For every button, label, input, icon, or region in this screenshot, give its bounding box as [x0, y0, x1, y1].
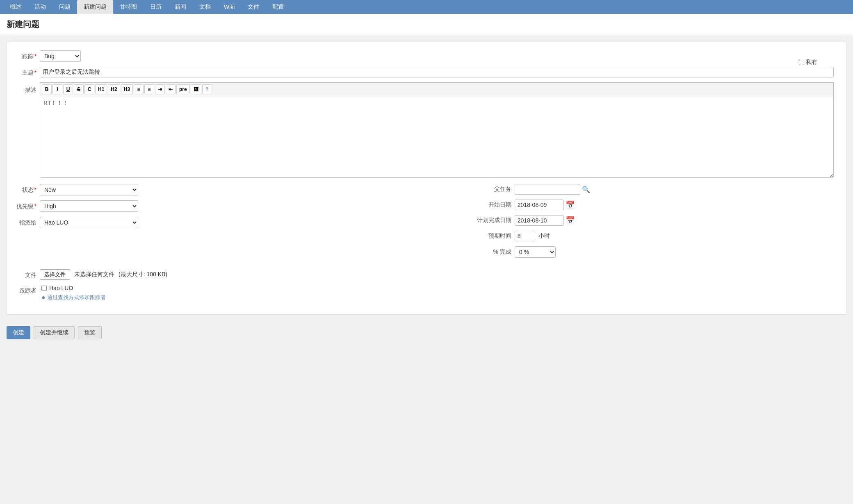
nav-item-issues[interactable]: 问题 — [52, 0, 77, 14]
nav-item-files[interactable]: 文件 — [241, 0, 266, 14]
status-field: New In Progress Resolved Closed — [40, 184, 465, 195]
estimated-row: 预期时间 小时 — [474, 231, 834, 241]
private-checkbox[interactable] — [799, 60, 804, 65]
file-row: 文件 选择文件 未选择任何文件 (最大尺寸: 100 KB) — [15, 269, 834, 280]
assignee-row: 指派给 Hao LUO — [15, 217, 465, 228]
toolbar-h1[interactable]: H1 — [95, 84, 107, 94]
nav-item-news[interactable]: 新闻 — [168, 0, 193, 14]
start-date-calendar-icon[interactable]: 📅 — [566, 200, 575, 209]
estimated-input[interactable] — [515, 231, 535, 241]
toolbar-pre[interactable]: pre — [176, 84, 190, 94]
nav-item-gantt[interactable]: 甘特图 — [113, 0, 144, 14]
start-date-label: 开始日期 — [474, 201, 515, 209]
watcher-checkbox-row: Hao LUO — [41, 285, 834, 291]
toolbar-help[interactable]: ? — [202, 84, 212, 94]
subject-label: 主题* — [15, 67, 40, 77]
tracker-label: 跟踪* — [15, 50, 40, 60]
choose-file-button[interactable]: 选择文件 — [40, 269, 70, 280]
toolbar-image[interactable]: 🖼 — [191, 84, 201, 94]
percent-label: % 完成 — [474, 248, 515, 256]
end-date-field: 📅 — [515, 215, 575, 226]
tracker-select[interactable]: Bug Feature Support — [40, 50, 81, 62]
toolbar-h3[interactable]: H3 — [121, 84, 133, 94]
col-right: 父任务 🔍 开始日期 📅 计划完成日期 — [465, 184, 834, 263]
subject-row: 主题* — [15, 67, 834, 77]
tracker-row: 跟踪* Bug Feature Support 私有 — [15, 50, 834, 62]
main-content: 跟踪* Bug Feature Support 私有 主题* — [0, 35, 853, 321]
watcher-field: Hao LUO ● 通过查找方式添加跟踪者 — [40, 285, 834, 301]
toolbar-indent[interactable]: ⇥ — [155, 84, 165, 94]
toolbar-code[interactable]: C — [84, 84, 94, 94]
toolbar-outdent[interactable]: ⇤ — [166, 84, 176, 94]
add-watcher-link[interactable]: 通过查找方式添加跟踪者 — [47, 294, 106, 301]
private-row: 私有 — [799, 59, 817, 66]
start-date-field: 📅 — [515, 200, 575, 210]
nav-item-calendar[interactable]: 日历 — [144, 0, 168, 14]
description-toolbar: B I U S C H1 H2 H3 ≡ ≡ ⇥ ⇤ pre 🖼 ? — [40, 82, 834, 96]
hour-label: 小时 — [538, 232, 550, 240]
parent-task-field: 🔍 — [515, 184, 590, 195]
parent-task-search-icon[interactable]: 🔍 — [582, 186, 590, 193]
priority-label: 优先级* — [15, 200, 40, 210]
toolbar-h2[interactable]: H2 — [108, 84, 120, 94]
toolbar-ul[interactable]: ≡ — [134, 84, 144, 94]
description-textarea[interactable]: RT！！！ — [40, 96, 834, 178]
end-date-calendar-icon[interactable]: 📅 — [566, 216, 575, 225]
nav-item-activity[interactable]: 活动 — [28, 0, 52, 14]
two-col-section: 状态* New In Progress Resolved Closed — [15, 184, 834, 263]
create-button[interactable]: 创建 — [7, 326, 30, 339]
status-label: 状态* — [15, 184, 40, 194]
nav-item-docs[interactable]: 文档 — [193, 0, 217, 14]
start-date-input[interactable] — [515, 200, 564, 210]
watcher-label: 跟踪者 — [15, 285, 40, 295]
toolbar-bold[interactable]: B — [42, 84, 52, 94]
tracker-field: Bug Feature Support — [40, 50, 834, 62]
watcher-row: 跟踪者 Hao LUO ● 通过查找方式添加跟踪者 — [15, 285, 834, 301]
parent-task-label: 父任务 — [474, 186, 515, 193]
file-label: 文件 — [15, 269, 40, 279]
private-label[interactable]: 私有 — [806, 59, 817, 66]
priority-row: 优先级* Low Normal High Urgent Immediate — [15, 200, 465, 212]
status-select[interactable]: New In Progress Resolved Closed — [40, 184, 138, 195]
description-row: 描述 B I U S C H1 H2 H3 ≡ ≡ ⇥ ⇤ pre � — [15, 82, 834, 179]
estimated-field: 小时 — [515, 231, 550, 241]
status-row: 状态* New In Progress Resolved Closed — [15, 184, 465, 195]
file-size-label: (最大尺寸: 100 KB) — [119, 271, 167, 278]
nav-item-wiki[interactable]: Wiki — [217, 0, 241, 14]
nav-bar: 概述 活动 问题 新建问题 甘特图 日历 新闻 文档 Wiki 文件 配置 — [0, 0, 853, 14]
percent-select[interactable]: 0 % 10 % 20 % 30 % 40 % 50 % 60 % 70 % 8… — [515, 246, 556, 258]
end-date-row: 计划完成日期 📅 — [474, 215, 834, 226]
estimated-label: 预期时间 — [474, 232, 515, 240]
subject-input[interactable] — [40, 67, 834, 77]
nav-item-settings[interactable]: 配置 — [266, 0, 290, 14]
watcher-dot-icon: ● — [41, 294, 46, 301]
watcher-name[interactable]: Hao LUO — [49, 285, 73, 291]
toolbar-strikethrough[interactable]: S — [74, 84, 84, 94]
start-date-row: 开始日期 📅 — [474, 200, 834, 210]
end-date-input[interactable] — [515, 215, 564, 226]
priority-select[interactable]: Low Normal High Urgent Immediate — [40, 200, 138, 212]
percent-row: % 完成 0 % 10 % 20 % 30 % 40 % 50 % 60 % 7… — [474, 246, 834, 258]
create-continue-button[interactable]: 创建并继续 — [34, 326, 75, 339]
preview-button[interactable]: 预览 — [78, 326, 102, 339]
parent-task-input[interactable] — [515, 184, 580, 195]
subject-field — [40, 67, 834, 77]
form-container: 跟踪* Bug Feature Support 私有 主题* — [7, 42, 846, 315]
toolbar-italic[interactable]: I — [52, 84, 62, 94]
toolbar-underline[interactable]: U — [63, 84, 73, 94]
description-label: 描述 — [15, 82, 40, 94]
page-title: 新建问题 — [0, 14, 853, 35]
parent-task-row: 父任务 🔍 — [474, 184, 834, 195]
assignee-select[interactable]: Hao LUO — [40, 217, 138, 228]
description-content: B I U S C H1 H2 H3 ≡ ≡ ⇥ ⇤ pre 🖼 ? RT！！！ — [40, 82, 834, 179]
percent-field: 0 % 10 % 20 % 30 % 40 % 50 % 60 % 70 % 8… — [515, 246, 556, 258]
end-date-label: 计划完成日期 — [474, 217, 515, 224]
watcher-checkbox[interactable] — [41, 286, 47, 291]
assignee-label: 指派给 — [15, 217, 40, 227]
col-left: 状态* New In Progress Resolved Closed — [15, 184, 465, 263]
toolbar-ol[interactable]: ≡ — [144, 84, 154, 94]
nav-item-overview[interactable]: 概述 — [3, 0, 28, 14]
bottom-buttons: 创建 创建并继续 预览 — [0, 321, 853, 344]
assignee-field: Hao LUO — [40, 217, 465, 228]
nav-item-new-issue[interactable]: 新建问题 — [77, 0, 113, 14]
